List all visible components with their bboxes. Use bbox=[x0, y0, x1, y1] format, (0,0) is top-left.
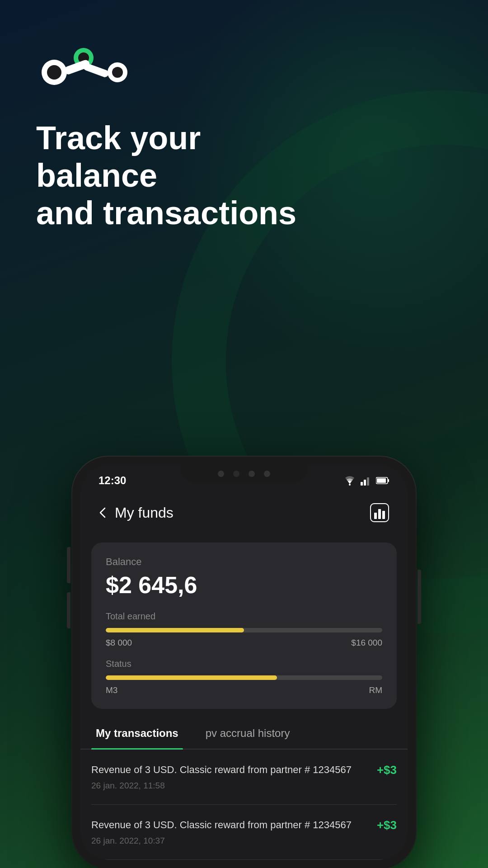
phone-wrapper: 12:30 bbox=[72, 457, 416, 868]
transaction-info-1: Revenue of 3 USD. Classic reward from pa… bbox=[91, 763, 377, 791]
svg-rect-14 bbox=[388, 479, 389, 482]
svg-point-5 bbox=[112, 67, 123, 78]
earned-progress-bar bbox=[106, 628, 382, 632]
transaction-desc-2: Revenue of 3 USD. Classic reward from pa… bbox=[91, 818, 368, 832]
status-label: Status bbox=[106, 659, 382, 669]
status-min-label: M3 bbox=[106, 685, 117, 695]
phone-frame: 12:30 bbox=[72, 457, 416, 868]
status-progress-labels: M3 RM bbox=[106, 685, 382, 695]
back-button[interactable]: My funds bbox=[97, 505, 174, 521]
status-progress-fill bbox=[106, 675, 277, 680]
chart-icon bbox=[370, 503, 389, 523]
notch-camera bbox=[233, 471, 239, 477]
svg-rect-7 bbox=[83, 62, 110, 78]
transaction-amount-1: +$3 bbox=[377, 763, 397, 777]
status-progress-bar bbox=[106, 675, 382, 680]
svg-rect-9 bbox=[361, 482, 363, 486]
page-headline: Track your balanceand transactions bbox=[36, 119, 298, 231]
logo-container bbox=[36, 45, 452, 92]
transaction-info-2: Revenue of 3 USD. Classic reward from pa… bbox=[91, 818, 377, 846]
balance-amount: $2 645,6 bbox=[106, 571, 382, 599]
back-arrow-icon bbox=[97, 506, 109, 519]
earned-progress-labels: $8 000 $16 000 bbox=[106, 638, 382, 648]
tab-my-transactions[interactable]: My transactions bbox=[91, 718, 183, 749]
balance-label: Balance bbox=[106, 556, 382, 568]
battery-icon bbox=[376, 476, 389, 485]
tab-pv-accrual[interactable]: pv accrual history bbox=[201, 718, 295, 749]
balance-card: Balance $2 645,6 Total earned $8 000 $16… bbox=[91, 542, 397, 709]
transaction-amount-2: +$3 bbox=[377, 818, 397, 832]
svg-point-8 bbox=[349, 484, 351, 486]
power-button bbox=[418, 570, 421, 624]
svg-point-1 bbox=[47, 65, 61, 80]
earned-max-label: $16 000 bbox=[351, 638, 382, 648]
notch-sensor bbox=[218, 471, 224, 477]
status-max-label: RM bbox=[369, 685, 382, 695]
signal-icon bbox=[361, 476, 371, 486]
app-header: My funds bbox=[80, 492, 408, 533]
svg-rect-18 bbox=[382, 511, 385, 519]
earned-min-label: $8 000 bbox=[106, 638, 132, 648]
status-time: 12:30 bbox=[99, 474, 126, 487]
notch-sensor-3 bbox=[264, 471, 270, 477]
volume-down-button bbox=[67, 592, 70, 628]
transaction-date-2: 26 jan. 2022, 10:37 bbox=[91, 836, 368, 846]
svg-rect-10 bbox=[364, 480, 366, 486]
status-icons bbox=[343, 476, 389, 486]
phone-screen: 12:30 bbox=[80, 465, 408, 860]
volume-up-button bbox=[67, 547, 70, 583]
svg-rect-11 bbox=[367, 477, 369, 486]
header-area: Track your balanceand transactions bbox=[0, 0, 488, 259]
notch bbox=[181, 465, 307, 483]
transaction-item: Revenue of 3 USD. Classic reward from pa… bbox=[91, 750, 397, 805]
app-logo bbox=[36, 45, 136, 90]
earned-progress-fill bbox=[106, 628, 244, 632]
wifi-icon bbox=[343, 476, 356, 486]
transaction-date-1: 26 jan. 2022, 11:58 bbox=[91, 781, 368, 791]
svg-rect-17 bbox=[378, 509, 381, 519]
app-title: My funds bbox=[115, 505, 174, 521]
tabs-container: My transactions pv accrual history bbox=[80, 718, 408, 750]
chart-button[interactable] bbox=[368, 501, 391, 524]
svg-rect-13 bbox=[377, 478, 386, 483]
transaction-desc-1: Revenue of 3 USD. Classic reward from pa… bbox=[91, 763, 368, 777]
notch-sensor-2 bbox=[249, 471, 255, 477]
transaction-item-2: Revenue of 3 USD. Classic reward from pa… bbox=[91, 805, 397, 860]
svg-rect-16 bbox=[374, 513, 377, 519]
transaction-list: Revenue of 3 USD. Classic reward from pa… bbox=[80, 750, 408, 860]
earned-label: Total earned bbox=[106, 611, 382, 622]
